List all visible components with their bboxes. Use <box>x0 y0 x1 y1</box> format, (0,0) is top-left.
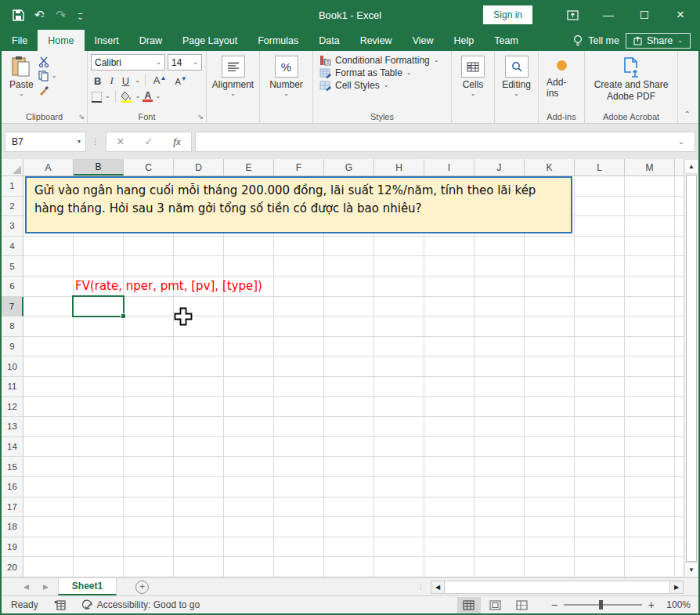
grow-font-button[interactable]: A▲ <box>150 74 170 87</box>
cell-partial-20[interactable] <box>675 557 684 577</box>
cell-L19[interactable] <box>575 537 625 558</box>
cell-M5[interactable] <box>625 256 675 277</box>
cell-K20[interactable] <box>525 557 575 577</box>
cell-A5[interactable] <box>23 256 74 277</box>
cell-J13[interactable] <box>474 417 525 437</box>
name-box[interactable]: B7 ▾ <box>5 132 86 152</box>
italic-button[interactable]: I <box>106 74 116 88</box>
cell-I4[interactable] <box>424 237 474 257</box>
cell-M2[interactable] <box>625 197 675 217</box>
column-header-E[interactable]: E <box>224 159 274 175</box>
cell-J19[interactable] <box>474 537 525 558</box>
cell-L15[interactable] <box>575 457 625 477</box>
cell-L11[interactable] <box>575 377 625 397</box>
cell-M14[interactable] <box>625 437 675 458</box>
cell-A18[interactable] <box>23 517 74 537</box>
cell-M17[interactable] <box>625 497 675 518</box>
cell-H18[interactable] <box>374 517 424 537</box>
cell-M3[interactable] <box>625 216 675 237</box>
cell-H4[interactable] <box>374 237 424 257</box>
conditional-formatting-button[interactable]: Conditional Formatting ⌄ <box>316 54 448 67</box>
row-header-13[interactable]: 13 <box>2 417 23 437</box>
scroll-right-icon[interactable]: ▶ <box>670 581 683 593</box>
cell-J14[interactable] <box>474 437 525 458</box>
font-size-select[interactable]: 14⌄ <box>168 54 202 71</box>
tab-file[interactable]: File <box>2 30 38 51</box>
cell-G20[interactable] <box>324 557 374 577</box>
tab-formulas[interactable]: Formulas <box>247 30 309 51</box>
cell-D19[interactable] <box>174 537 224 558</box>
cell-K10[interactable] <box>525 356 575 377</box>
cell-F4[interactable] <box>274 237 324 257</box>
cell-partial-8[interactable] <box>675 317 684 337</box>
cell-F16[interactable] <box>274 477 324 497</box>
column-header-C[interactable]: C <box>124 159 174 175</box>
cell-F14[interactable] <box>274 437 324 458</box>
create-share-pdf-button[interactable]: Create and Share Adobe PDF <box>588 54 674 104</box>
cell-partial-5[interactable] <box>675 256 684 277</box>
cell-J5[interactable] <box>474 256 525 277</box>
next-sheet-icon[interactable]: ▶ <box>43 583 49 591</box>
cell-partial-17[interactable] <box>675 497 684 518</box>
cell-E5[interactable] <box>224 256 274 277</box>
cell-J17[interactable] <box>474 497 525 518</box>
row-header-9[interactable]: 9 <box>2 337 23 357</box>
cell-I13[interactable] <box>424 417 474 437</box>
column-header-A[interactable]: A <box>23 159 74 175</box>
cell-L7[interactable] <box>575 297 625 317</box>
cell-F19[interactable] <box>274 537 324 558</box>
cell-A4[interactable] <box>23 237 74 257</box>
cell-I12[interactable] <box>424 397 474 418</box>
cell-A16[interactable] <box>23 477 74 497</box>
cell-H19[interactable] <box>374 537 424 558</box>
cell-H11[interactable] <box>374 377 424 397</box>
cell-C18[interactable] <box>124 517 174 537</box>
save-icon[interactable] <box>13 9 24 21</box>
cell-M18[interactable] <box>625 517 675 537</box>
zoom-percent[interactable]: 100% <box>658 599 691 610</box>
cell-E14[interactable] <box>224 437 274 458</box>
cell-F7[interactable] <box>274 297 324 317</box>
cell-K11[interactable] <box>525 377 575 397</box>
cell-B16[interactable] <box>74 477 124 497</box>
cell-K8[interactable] <box>525 317 575 337</box>
cell-J9[interactable] <box>474 337 525 357</box>
cell-C5[interactable] <box>124 256 174 277</box>
paste-button[interactable]: Paste ⌄ <box>5 54 38 98</box>
normal-view-button[interactable] <box>457 597 481 613</box>
cell-L13[interactable] <box>575 417 625 437</box>
cell-L20[interactable] <box>575 557 625 577</box>
row-header-20[interactable]: 20 <box>2 557 23 577</box>
cell-M1[interactable] <box>625 176 675 197</box>
cell-L10[interactable] <box>575 356 625 377</box>
cell-C7[interactable] <box>124 297 174 317</box>
cell-A6[interactable] <box>23 277 74 297</box>
cell-H10[interactable] <box>374 356 424 377</box>
row-header-7[interactable]: 7 <box>2 297 23 317</box>
column-header-H[interactable]: H <box>374 159 424 175</box>
cell-H5[interactable] <box>374 256 424 277</box>
cell-F15[interactable] <box>274 457 324 477</box>
ribbon-display-options-icon[interactable] <box>554 0 590 30</box>
cell-C8[interactable] <box>124 317 174 337</box>
cell-partial-12[interactable] <box>675 397 684 418</box>
cells-button[interactable]: Cells ⌄ <box>455 54 491 98</box>
cell-H8[interactable] <box>374 317 424 337</box>
cell-B17[interactable] <box>74 497 124 518</box>
scroll-up-icon[interactable]: ▲ <box>684 159 698 174</box>
cell-E13[interactable] <box>224 417 274 437</box>
horizontal-scroll-thumb[interactable] <box>444 581 670 593</box>
cell-D17[interactable] <box>174 497 224 518</box>
font-dialog-launcher-icon[interactable]: ⇘ <box>197 113 204 121</box>
cell-D10[interactable] <box>174 356 224 377</box>
cell-I20[interactable] <box>424 557 474 577</box>
note-textbox[interactable]: Gửi vào ngân hang cuối mỗi tháng 200.000… <box>25 176 572 233</box>
cell-H7[interactable] <box>374 297 424 317</box>
cell-F5[interactable] <box>274 256 324 277</box>
cell-I6[interactable] <box>424 277 474 297</box>
cell-B20[interactable] <box>74 557 124 577</box>
cell-F9[interactable] <box>274 337 324 357</box>
cell-K14[interactable] <box>525 437 575 458</box>
cell-L17[interactable] <box>575 497 625 518</box>
cell-I17[interactable] <box>424 497 474 518</box>
